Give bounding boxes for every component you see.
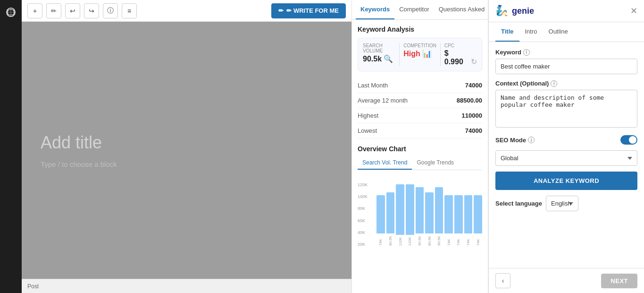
chart-bar-item: 110K: [406, 184, 414, 246]
global-select-wrapper: Global: [495, 150, 637, 166]
add-block-button[interactable]: +: [27, 3, 42, 18]
seo-mode-label: SEO Mode i: [495, 137, 535, 144]
keyword-info-icon[interactable]: i: [523, 49, 530, 56]
tab-keywords[interactable]: Keywords: [356, 0, 394, 19]
write-icon: ✏: [278, 7, 284, 14]
write-for-me-button[interactable]: ✏ ✏ WRITE FOR ME: [271, 3, 346, 18]
stat-last-month-label: Last Month: [358, 82, 388, 89]
chart-bar-label: 74K: [456, 234, 460, 246]
chart-bars: 74K80.5K110K110K90.5K80.5K90.5K74K74K74K…: [376, 184, 482, 246]
chart-bar-item: 80.5K: [425, 184, 434, 246]
footer-label: Post: [27, 283, 39, 290]
list-view-button[interactable]: ≡: [122, 3, 137, 18]
chart-bar-label: 74K: [447, 234, 451, 246]
stat-highest-label: Highest: [358, 112, 378, 119]
genie-tab-intro[interactable]: Intro: [519, 22, 543, 42]
redo-button[interactable]: ↪: [84, 3, 99, 18]
analyze-keyword-button[interactable]: ANALYZE KEYWORD: [495, 172, 637, 190]
cpc-value: $ 0.990: [444, 49, 469, 66]
stat-avg-12: Average 12 month 88500.00: [358, 93, 482, 108]
chart-bar-item: 74K: [464, 184, 473, 246]
search-volume-value: 90.5k: [363, 55, 382, 63]
bar-chart-icon: 📊: [422, 49, 432, 58]
chart-bar-item: 74K: [376, 184, 385, 246]
context-info-icon[interactable]: i: [551, 80, 557, 87]
chart-tabs: Search Vol. Trend Google Trends: [358, 156, 482, 170]
genie-close-button[interactable]: ✕: [630, 6, 637, 16]
keyword-field-group: Keyword i: [495, 49, 637, 74]
editor-footer: Post: [22, 279, 351, 293]
cpc-metric: CPC $ 0.990 ↻: [444, 43, 477, 66]
stat-lowest-label: Lowest: [358, 127, 377, 134]
keywords-tabs: Keywords Competitor Questions Asked: [352, 0, 488, 20]
competition-label: Competition: [403, 43, 436, 48]
stat-highest-value: 110000: [462, 112, 482, 119]
chart-bar-label: 110K: [398, 236, 402, 246]
chart-bar: [396, 184, 404, 235]
search-volume-metric: Search Volume 90.5k 🔍: [363, 43, 395, 66]
genie-tab-title[interactable]: Title: [495, 22, 519, 42]
next-button[interactable]: NEXT: [601, 274, 637, 288]
stat-last-month: Last Month 74000: [358, 78, 482, 93]
editor-container: + ✏ ↩ ↪ ⓘ ≡ ✏ ✏ WRITE FOR ME Add title T…: [22, 0, 351, 293]
chart-bar-item: 74K: [454, 184, 463, 246]
context-textarea[interactable]: Name and description of some popular cof…: [495, 90, 637, 128]
seo-mode-row: SEO Mode i: [495, 135, 637, 145]
wp-sidebar: [0, 0, 22, 293]
chart-bar-label: 80.5K: [388, 234, 393, 246]
genie-panel: 🧞 genie ✕ Title Intro Outline Keyword i …: [488, 0, 644, 293]
chart-bar-label: 90.5K: [418, 234, 422, 246]
global-select[interactable]: Global: [495, 150, 637, 166]
stat-avg-12-value: 88500.00: [457, 97, 482, 104]
editor-block-placeholder[interactable]: Type / to choose a block: [41, 160, 333, 168]
undo-button[interactable]: ↩: [65, 3, 80, 18]
chart-bar: [416, 187, 424, 233]
chart-bar: [376, 195, 385, 233]
info-button[interactable]: ⓘ: [103, 3, 118, 18]
chart-bar-label: 80.5K: [427, 234, 432, 246]
chart-bar-label: 110K: [408, 236, 412, 246]
context-field-group: Context (Optional) i Name and descriptio…: [495, 80, 637, 129]
language-select[interactable]: English Spanish French German: [546, 196, 578, 211]
chart-bar: [444, 195, 453, 233]
chart-bar-item: 90.5K: [435, 184, 443, 246]
chart-tab-google-trends[interactable]: Google Trends: [412, 156, 459, 170]
editor-main: Add title Type / to choose a block: [22, 22, 351, 279]
seo-mode-toggle[interactable]: [620, 135, 637, 145]
genie-title: genie: [512, 6, 534, 16]
chart-bar-label: 90.5K: [437, 234, 441, 246]
keywords-panel: Keywords Competitor Questions Asked Keyw…: [351, 0, 488, 293]
chart-bar-item: 90.5K: [416, 184, 424, 246]
search-volume-label: Search Volume: [363, 43, 395, 53]
stat-last-month-value: 74000: [465, 82, 482, 89]
genie-body: Keyword i Context (Optional) i Name and …: [489, 42, 644, 268]
stats-list: Last Month 74000 Average 12 month 88500.…: [358, 78, 482, 138]
seo-mode-info-icon[interactable]: i: [528, 137, 535, 143]
chart-bar: [464, 195, 473, 233]
keyword-analysis-title: Keyword Analysis: [358, 26, 482, 33]
genie-tabs: Title Intro Outline: [489, 22, 644, 42]
write-for-me-label: ✏ WRITE FOR ME: [286, 7, 339, 14]
keyword-input[interactable]: [495, 59, 637, 74]
genie-header: 🧞 genie ✕: [489, 0, 644, 22]
chart-bar-label: 74K: [476, 234, 480, 246]
search-icon: 🔍: [384, 54, 393, 63]
tab-questions[interactable]: Questions Asked: [434, 0, 488, 19]
back-button[interactable]: ‹: [495, 273, 510, 288]
chart-bar: [435, 187, 443, 233]
competition-metric: Competition High 📊: [403, 43, 436, 66]
editor-topbar: + ✏ ↩ ↪ ⓘ ≡ ✏ ✏ WRITE FOR ME: [22, 0, 351, 22]
stat-highest: Highest 110000: [358, 108, 482, 123]
genie-tab-outline[interactable]: Outline: [543, 22, 574, 42]
chart-bar-label: 74K: [466, 234, 470, 246]
tools-button[interactable]: ✏: [46, 3, 61, 18]
tab-competitor[interactable]: Competitor: [394, 0, 434, 19]
chart-bar-item: 74K: [474, 184, 482, 246]
chart-bar: [474, 195, 482, 233]
chart-bar: [425, 192, 434, 233]
chart-area: 120K 100K 80K 60K 40K 20K 74K80.5K110K11…: [358, 175, 482, 260]
chart-bar-item: 74K: [444, 184, 453, 246]
editor-title-placeholder[interactable]: Add title: [41, 133, 333, 153]
cpc-label: CPC: [444, 43, 477, 48]
chart-tab-search-vol[interactable]: Search Vol. Trend: [358, 156, 412, 170]
